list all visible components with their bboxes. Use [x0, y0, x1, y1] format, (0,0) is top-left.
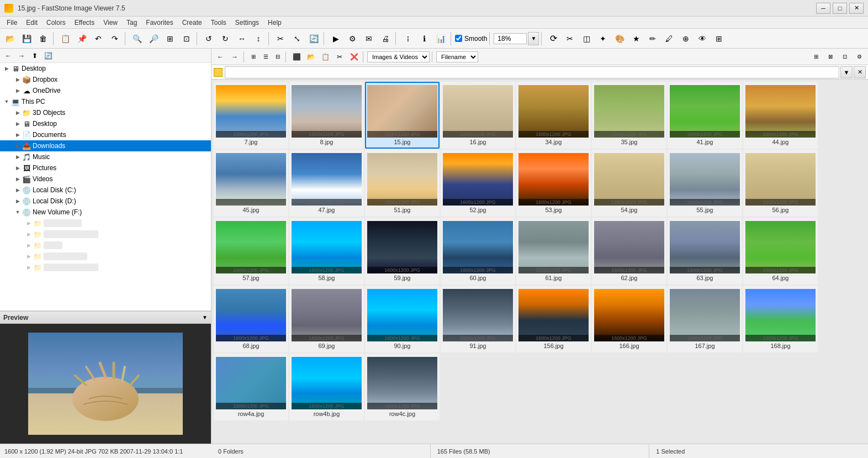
menu-effects[interactable]: Effects: [70, 18, 99, 28]
select-all[interactable]: ⬛: [290, 50, 303, 64]
move-file[interactable]: ✂: [333, 50, 346, 64]
tb-rotate-left[interactable]: ↺: [201, 31, 216, 46]
menu-help[interactable]: Help: [263, 18, 286, 28]
expander-dropbox[interactable]: ▶: [13, 75, 22, 84]
thumb-item[interactable]: 1600x1200 JPG15.jpg: [365, 82, 440, 149]
tb-delete[interactable]: 🗑: [35, 31, 51, 46]
expander-documents[interactable]: ▶: [13, 130, 22, 139]
tree-item-localdiskd[interactable]: ▶ 💿 Local Disk (D:): [0, 196, 211, 207]
view-details[interactable]: ⊟: [272, 50, 283, 64]
open-file[interactable]: 📂: [304, 50, 317, 64]
view-thumbnails[interactable]: ⊞: [248, 50, 259, 64]
tb-zoom-out[interactable]: 🔎: [146, 31, 161, 46]
tb-resize[interactable]: ⤡: [289, 31, 305, 46]
tree-item-thispc[interactable]: ▼ 💻 This PC: [0, 96, 211, 107]
view-small-thumb[interactable]: ⊠: [824, 50, 837, 64]
tb-histogram[interactable]: 📊: [433, 31, 448, 46]
tree-item-music[interactable]: ▶ 🎵 Music: [0, 151, 211, 162]
tree-up[interactable]: ⬆: [29, 50, 41, 62]
zoom-input[interactable]: [494, 33, 527, 44]
expander-thispc[interactable]: ▼: [2, 97, 11, 106]
thumb-item[interactable]: 1600x1200 JPG166.jpg: [592, 286, 666, 352]
tb-rotate-cw[interactable]: ⟳: [546, 31, 561, 46]
thumb-item[interactable]: 1600x1200 JPG16.jpg: [441, 82, 515, 149]
thumb-item[interactable]: 1600x1200 JPG168.jpg: [743, 286, 818, 352]
expander-videos[interactable]: ▶: [13, 175, 22, 183]
tb-open[interactable]: 📂: [2, 31, 18, 46]
filter-select[interactable]: Images & Videos All Files Images Only Vi…: [367, 51, 430, 62]
thumb-item[interactable]: 1600x1200 JPG59.jpg: [365, 218, 440, 285]
thumb-item[interactable]: 1600x1200 JPG167.jpg: [668, 286, 742, 352]
tree-item-desktop2[interactable]: ▶ 🖥 Desktop: [0, 118, 211, 129]
tree-item-sub4[interactable]: ▶ 📁 Another Folder: [0, 251, 211, 262]
menu-favorites[interactable]: Favorites: [141, 18, 177, 28]
tb-copy[interactable]: 📋: [57, 31, 73, 46]
view-list[interactable]: ☰: [260, 50, 271, 64]
thumb-item[interactable]: 1600x1200 JPG56.jpg: [743, 150, 818, 217]
thumbnail-grid[interactable]: 1600x1200 JPG7.jpg1600x1200 JPG8.jpg1600…: [211, 80, 868, 444]
expander-newvolume[interactable]: ▼: [13, 208, 22, 217]
tb-redeye[interactable]: 👁: [695, 31, 710, 46]
thumb-item[interactable]: 1600x1200 JPG58.jpg: [289, 218, 364, 285]
address-input[interactable]: [225, 66, 839, 78]
tb-convert[interactable]: 🔄: [306, 31, 321, 46]
tree-item-sub2[interactable]: ▶ 📁 Folder Name Long: [0, 229, 211, 240]
menu-file[interactable]: File: [2, 18, 22, 28]
tree-item-onedrive[interactable]: ▶ ☁ OneDrive: [0, 85, 211, 96]
expander-desktop2[interactable]: ▶: [13, 119, 22, 128]
tb-flip-v[interactable]: ↕: [251, 31, 266, 46]
expander-desktop[interactable]: ▶: [2, 64, 11, 73]
menu-view[interactable]: View: [99, 18, 122, 28]
preview-collapse[interactable]: ▼: [202, 314, 208, 320]
copy-file[interactable]: 📋: [319, 50, 332, 64]
thumb-item[interactable]: 1600x1200 JPG90.jpg: [365, 286, 440, 352]
thumb-item[interactable]: 1600x1200 JPG68.jpg: [214, 286, 288, 352]
smooth-toggle[interactable]: Smooth: [455, 35, 487, 43]
tree-item-downloads[interactable]: ▶ 📥 Downloads: [0, 140, 211, 151]
address-clear[interactable]: ✕: [854, 66, 866, 78]
expander-pictures[interactable]: ▶: [13, 164, 22, 172]
tb-sharpen[interactable]: ✦: [595, 31, 611, 46]
tb-crop[interactable]: ✂: [273, 31, 288, 46]
thumb-item[interactable]: 1600x1200 JPG8.jpg: [289, 82, 364, 149]
thumb-item[interactable]: 1600x1200 JPG91.jpg: [441, 286, 515, 352]
thumb-item[interactable]: 1600x1200 JPG41.jpg: [668, 82, 742, 149]
thumb-item[interactable]: 1600x1200 JPG63.jpg: [668, 218, 742, 285]
tb-info[interactable]: ℹ: [416, 31, 432, 46]
menu-edit[interactable]: Edit: [22, 18, 42, 28]
thumb-item[interactable]: 1280x1024 JPG54.jpg: [592, 150, 666, 217]
thumb-item[interactable]: 1600x1200 JPGrow4c.jpg: [365, 354, 440, 420]
view-large-thumb[interactable]: ⊞: [809, 50, 823, 64]
tb-fit[interactable]: ⊞: [162, 31, 178, 46]
thumb-item[interactable]: 1600x1200 JPG34.jpg: [516, 82, 591, 149]
tb-rotate-right[interactable]: ↻: [218, 31, 233, 46]
expander-onedrive[interactable]: ▶: [13, 86, 22, 95]
tree-item-dropbox[interactable]: ▶ 📦 Dropbox: [0, 74, 211, 85]
thumb-item[interactable]: 1600x1200 JPG51.jpg: [365, 150, 440, 217]
smooth-checkbox[interactable]: [455, 35, 462, 42]
tb-slideshow[interactable]: ▶: [328, 31, 343, 46]
expander-localdiskd[interactable]: ▶: [13, 197, 22, 206]
thumb-item[interactable]: 1600x1200 JPG47.jpg: [289, 150, 364, 217]
tb-effects2[interactable]: ★: [628, 31, 644, 46]
thumb-item[interactable]: 1600x1200 JPG69.jpg: [289, 286, 364, 352]
thumb-item[interactable]: 1600x1200 JPG53.jpg: [516, 150, 591, 217]
thumb-item[interactable]: 1600x1200 JPG62.jpg: [592, 218, 666, 285]
tree-item-sub1[interactable]: ▶ 📁 Folder Name: [0, 218, 211, 229]
tb-compare[interactable]: ⫶: [400, 31, 415, 46]
thumb-item[interactable]: 1600x1200 JPG52.jpg: [441, 150, 515, 217]
tb-crop2[interactable]: ✂: [562, 31, 578, 46]
tb-resize2[interactable]: ◫: [579, 31, 594, 46]
close-button[interactable]: ✕: [849, 3, 864, 14]
tb-zoom-in[interactable]: 🔍: [129, 31, 145, 46]
thumb-item[interactable]: 1600x1200 JPGrow4b.jpg: [289, 354, 364, 420]
tb-redo[interactable]: ↷: [107, 31, 123, 46]
tb-heal[interactable]: ⊕: [678, 31, 694, 46]
thumb-item[interactable]: 1600x1200 JPG7.jpg: [214, 82, 288, 149]
expander-localdiskc[interactable]: ▶: [13, 186, 22, 194]
tb-flip-h[interactable]: ↔: [234, 31, 250, 46]
maximize-button[interactable]: □: [833, 3, 847, 14]
tb-paste[interactable]: 📌: [74, 31, 89, 46]
thumb-item[interactable]: 1600x1200 JPG57.jpg: [214, 218, 288, 285]
thumb-item[interactable]: 1600x1200 JPG64.jpg: [743, 218, 818, 285]
